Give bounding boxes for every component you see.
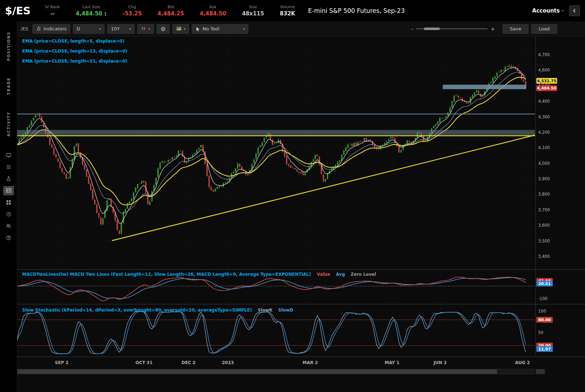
indicators-button[interactable]: Indicators (33, 24, 70, 34)
sidebar-tab-activity[interactable]: ACTIVITY (6, 112, 11, 137)
chart-scrollbar (17, 369, 545, 374)
candlestick-icon (141, 26, 146, 31)
flask-icon[interactable] (3, 174, 14, 183)
range-dropdown[interactable]: 10Y ▾ (107, 24, 135, 34)
svg-text:OCT 31: OCT 31 (135, 360, 152, 365)
svg-text:3,400: 3,400 (538, 254, 550, 259)
svg-text:4,600: 4,600 (538, 68, 550, 73)
cursor-icon (195, 26, 200, 31)
svg-text:3,500: 3,500 (538, 239, 550, 244)
last-size-qty: 1 (104, 11, 107, 16)
ema13-study-label[interactable]: EMA (price=CLOSE, length=13, displace=0) (22, 49, 127, 54)
field-last-size: Last Size 4,484.501 (76, 5, 107, 17)
svg-text:100: 100 (538, 309, 546, 314)
save-button[interactable]: Save (503, 24, 528, 34)
svg-text:SEP 2: SEP 2 (55, 360, 68, 365)
scrollbar-right-button[interactable] (536, 369, 545, 374)
sidebar-icons: ? (3, 151, 14, 242)
zoom-slider-thumb[interactable] (424, 28, 440, 30)
svg-text:MAR 2: MAR 2 (303, 360, 318, 365)
scrollbar-thumb[interactable] (18, 369, 497, 374)
field-iv-rank: IV Rank -- (45, 5, 60, 17)
svg-text:DEC 2: DEC 2 (181, 360, 196, 365)
list-icon[interactable] (3, 162, 14, 172)
svg-text:80.00: 80.00 (538, 318, 551, 322)
svg-text:4,000: 4,000 (538, 161, 550, 166)
quote-fields: IV Rank -- Last Size 4,484.501 Chg -53.2… (45, 5, 295, 17)
quote-header: $/ES IV Rank -- Last Size 4,484.501 Chg … (0, 0, 585, 21)
field-chg: Chg -53.25 (122, 5, 142, 17)
collapse-panel-button[interactable] (569, 5, 580, 16)
field-volume: Volume 832K (280, 5, 295, 17)
instrument-title: E-mini S&P 500 Futures, Sep-23 (308, 7, 405, 14)
sidebar-tab-trade[interactable]: TRADE (6, 77, 11, 95)
pattern-grid-icon (176, 26, 182, 31)
help-icon[interactable]: ? (3, 233, 14, 242)
svg-text:4,700: 4,700 (538, 52, 550, 57)
left-gadget-sidebar: POSITIONS TRADE ACTIVITY ? (0, 21, 17, 392)
svg-text:4,531.75: 4,531.75 (537, 79, 556, 83)
field-bid: Bid 4,484.25 (157, 5, 184, 17)
chart-settings-button[interactable] (157, 24, 170, 34)
zoom-in-button[interactable]: + (491, 26, 495, 32)
clock-icon[interactable] (3, 210, 14, 219)
svg-text:4,400: 4,400 (538, 99, 550, 104)
svg-text:2023: 2023 (222, 360, 234, 365)
stoch-slowk-legend: SlowK (258, 308, 272, 313)
field-ask: Ask 4,484.50 (200, 5, 226, 17)
svg-text:4,484.50: 4,484.50 (537, 86, 557, 90)
support-band-drawing (17, 130, 535, 135)
svg-text:3,600: 3,600 (538, 223, 550, 228)
tiles-icon[interactable] (3, 198, 14, 207)
svg-text:3,900: 3,900 (538, 176, 550, 181)
svg-text:4,300: 4,300 (538, 114, 550, 119)
field-size: Size 48x115 (242, 5, 264, 17)
monitor-icon[interactable] (3, 151, 14, 160)
beaker-icon (36, 26, 42, 31)
svg-text:3,700: 3,700 (538, 207, 550, 212)
sidebar-tab-positions[interactable]: POSITIONS (6, 31, 11, 61)
chevron-down-icon: ▾ (99, 27, 101, 31)
stoch-slowd-legend: SlowD (278, 308, 293, 313)
zoom-slider[interactable] (416, 28, 488, 29)
active-tool-dropdown[interactable]: No Tool ▾ (192, 24, 248, 34)
svg-text:JUN 2: JUN 2 (433, 360, 447, 365)
macd-value-legend: Value (317, 272, 330, 277)
svg-text:20.51: 20.51 (538, 281, 551, 286)
gear-icon (160, 26, 166, 32)
chart-canvas[interactable]: 4,7004,6004,5004,4004,3004,2004,1004,000… (17, 36, 585, 377)
svg-text:4,200: 4,200 (538, 130, 550, 135)
svg-text:50: 50 (538, 330, 543, 335)
ema5-study-label[interactable]: EMA (price=CLOSE, length=5, displace=0) (22, 39, 124, 44)
svg-text:MAY 1: MAY 1 (385, 360, 399, 365)
accounts-menu[interactable]: Accounts ▾ (532, 8, 564, 14)
macd-avg-legend: Avg (336, 272, 345, 277)
drawing-tools-dropdown[interactable]: ▾ (172, 24, 189, 34)
people-icon[interactable] (3, 221, 14, 231)
svg-text:AUG 2: AUG 2 (515, 360, 530, 365)
timeframe-dropdown[interactable]: D ▾ (73, 24, 104, 34)
chevron-down-icon: ▾ (243, 27, 245, 31)
stoch-study-label[interactable]: Slow Stochastic (kPeriod=14, dPeriod=3, … (22, 308, 293, 313)
macd-zero-legend: Zero Level (351, 272, 376, 277)
chart-type-dropdown[interactable]: ▾ (137, 24, 154, 34)
ema21-study-label[interactable]: EMA (price=CLOSE, length=21, displace=0) (22, 59, 127, 64)
chevron-left-icon (572, 8, 577, 14)
resistance-band-drawing (443, 85, 526, 89)
svg-text:3,800: 3,800 (538, 192, 550, 197)
svg-text:?: ? (8, 236, 9, 240)
zoom-out-button[interactable]: - (411, 25, 413, 32)
macd-study-label[interactable]: MACDTwoLines(tw) MACD Two Lines (Fast Le… (22, 272, 376, 277)
chevron-down-icon: ▾ (184, 27, 186, 31)
chart-toolbar: /ES Indicators D ▾ 10Y ▾ ▾ ▾ No Tool ▾ (17, 21, 585, 36)
load-button[interactable]: Load (531, 24, 557, 34)
chevron-down-icon: ▾ (130, 27, 131, 31)
svg-text:-100: -100 (538, 296, 547, 301)
chevron-down-icon: ▾ (562, 9, 564, 13)
symbol-title: $/ES (5, 5, 45, 17)
chart-grid-icon[interactable] (3, 186, 14, 195)
svg-text:4,100: 4,100 (538, 145, 550, 150)
chevron-down-icon: ▾ (148, 27, 150, 31)
chart-symbol-label: /ES (21, 26, 28, 31)
svg-text:11.97: 11.97 (538, 347, 551, 352)
